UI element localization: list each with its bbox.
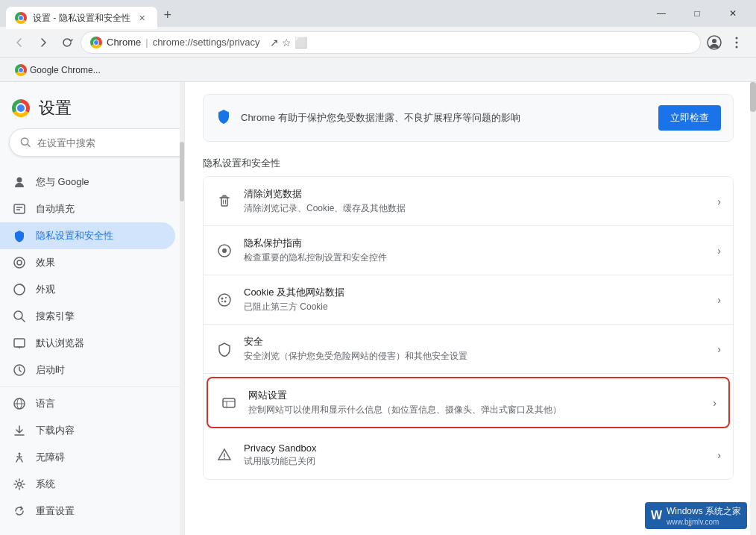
- settings-search-box[interactable]: [9, 128, 185, 157]
- svg-point-5: [21, 138, 28, 145]
- sidebar-item-language[interactable]: 语言: [0, 390, 175, 417]
- main-scrollbar[interactable]: [750, 82, 756, 535]
- site-settings-item[interactable]: 网站设置 控制网站可以使用和显示什么信息（如位置信息、摄像头、弹出式窗口及其他）…: [207, 377, 730, 428]
- sidebar-title: 设置: [39, 97, 72, 119]
- sidebar-item-effects[interactable]: 效果: [0, 249, 175, 276]
- default-browser-icon: [12, 336, 27, 351]
- sidebar-item-downloads[interactable]: 下载内容: [0, 417, 175, 444]
- svg-point-35: [221, 301, 223, 302]
- clear-browsing-text: 清除浏览数据 清除浏览记录、Cookie、缓存及其他数据: [244, 187, 707, 215]
- cookies-icon: [215, 291, 233, 309]
- arrow-icon-5: ›: [717, 449, 721, 461]
- security-item[interactable]: 安全 安全浏览（保护您免受危险网站的侵害）和其他安全设置 ›: [204, 325, 733, 374]
- sidebar-item-autofill[interactable]: 自动填充: [0, 195, 175, 222]
- pip-icon[interactable]: ⬜: [294, 37, 307, 49]
- svg-point-23: [18, 483, 22, 486]
- new-tab-button[interactable]: +: [157, 4, 178, 25]
- sidebar-item-startup[interactable]: 启动时: [0, 357, 175, 384]
- svg-point-11: [17, 260, 22, 265]
- site-settings-subtitle: 控制网站可以使用和显示什么信息（如位置信息、摄像头、弹出式窗口及其他）: [248, 404, 702, 416]
- arrow-icon-4: ›: [713, 397, 716, 409]
- cookies-text: Cookie 及其他网站数据 已阻止第三方 Cookie: [244, 286, 707, 313]
- sidebar-item-system[interactable]: 系统: [0, 471, 175, 498]
- svg-point-1: [712, 39, 716, 43]
- svg-rect-14: [14, 339, 25, 347]
- user-icon: [12, 175, 27, 190]
- close-button[interactable]: ✕: [716, 1, 750, 25]
- main-scrollbar-thumb: [750, 82, 756, 112]
- banner-shield-icon: [215, 108, 232, 128]
- privacy-sandbox-subtitle: 试用版功能已关闭: [244, 455, 707, 468]
- svg-point-13: [14, 311, 22, 319]
- check-now-button[interactable]: 立即检查: [658, 105, 721, 131]
- svg-point-3: [736, 41, 738, 43]
- svg-point-4: [736, 46, 738, 48]
- privacy-sandbox-title: Privacy Sandbox: [244, 442, 707, 454]
- tab-bar: 设置 - 隐私设置和安全性 ✕ +: [6, 0, 644, 27]
- sidebar-scrollbar[interactable]: [180, 82, 184, 535]
- search-input[interactable]: [37, 137, 185, 148]
- cookies-subtitle: 已阻止第三方 Cookie: [244, 301, 707, 313]
- privacy-guide-item[interactable]: 隐私保护指南 检查重要的隐私控制设置和安全控件 ›: [204, 226, 733, 275]
- tab-favicon: [15, 12, 27, 24]
- sidebar-item-accessibility[interactable]: 无障碍: [0, 444, 175, 471]
- url-icons: ↗ ☆ ⬜: [270, 37, 307, 49]
- svg-point-2: [736, 37, 738, 39]
- watermark: W Windows 系统之家 www.bjjmlv.com: [645, 502, 747, 529]
- svg-point-34: [224, 300, 227, 302]
- panel-content: Chrome 有助于保护您免受数据泄露、不良扩展程序等问题的影响 立即检查 隐私…: [185, 82, 752, 492]
- browser-name-label: Chrome: [107, 37, 141, 48]
- maximize-button[interactable]: □: [680, 1, 714, 25]
- tab-close-button[interactable]: ✕: [136, 12, 148, 24]
- titlebar: 设置 - 隐私设置和安全性 ✕ + — □ ✕: [0, 0, 756, 27]
- menu-icon[interactable]: [726, 32, 747, 53]
- effects-icon: [12, 255, 27, 270]
- toolbar-icons: [704, 32, 747, 53]
- autofill-icon: [12, 201, 27, 216]
- svg-rect-7: [14, 204, 25, 213]
- privacy-sandbox-item[interactable]: Privacy Sandbox 试用版功能已关闭 ›: [204, 431, 733, 479]
- bookmark-icon[interactable]: ☆: [282, 37, 292, 49]
- svg-point-22: [19, 453, 21, 455]
- appearance-icon: [12, 282, 27, 297]
- cookies-item[interactable]: Cookie 及其他网站数据 已阻止第三方 Cookie ›: [204, 275, 733, 325]
- sidebar-item-label: 系统: [36, 478, 55, 491]
- bookmark-chrome-item[interactable]: Google Chrome...: [9, 61, 107, 79]
- privacy-icon: [12, 228, 27, 243]
- chrome-logo: [12, 99, 30, 117]
- sidebar-item-search[interactable]: 搜索引擎: [0, 303, 175, 330]
- site-settings-text: 网站设置 控制网站可以使用和显示什么信息（如位置信息、摄像头、弹出式窗口及其他）: [248, 389, 702, 416]
- share-icon[interactable]: ↗: [270, 37, 279, 49]
- active-tab[interactable]: 设置 - 隐私设置和安全性 ✕: [6, 7, 157, 29]
- sidebar-scrollbar-thumb: [180, 142, 184, 201]
- bookmark-favicon: [15, 64, 27, 76]
- minimize-button[interactable]: —: [644, 1, 678, 25]
- sidebar-item-default-browser[interactable]: 默认浏览器: [0, 330, 175, 357]
- sidebar-divider: [0, 387, 184, 387]
- svg-point-40: [224, 458, 225, 460]
- content-area: 设置 您与 Google 自动填充: [0, 82, 756, 535]
- refresh-button[interactable]: [57, 32, 78, 53]
- sidebar-item-appearance[interactable]: 外观: [0, 276, 175, 303]
- forward-button[interactable]: [33, 32, 54, 53]
- back-button[interactable]: [9, 32, 30, 53]
- sidebar-item-privacy[interactable]: 隐私设置和安全性: [0, 222, 175, 249]
- language-icon: [12, 396, 27, 411]
- profile-icon[interactable]: [704, 32, 725, 53]
- site-settings-title: 网站设置: [248, 389, 702, 402]
- watermark-line2: www.bjjmlv.com: [667, 518, 741, 526]
- bookmarkbar: Google Chrome...: [0, 58, 756, 82]
- clear-browsing-data-item[interactable]: 清除浏览数据 清除浏览记录、Cookie、缓存及其他数据 ›: [204, 177, 733, 226]
- sidebar-item-label: 默认浏览器: [36, 337, 84, 350]
- window-controls: — □ ✕: [644, 1, 750, 25]
- banner-text: Chrome 有助于保护您免受数据泄露、不良扩展程序等问题的影响: [241, 111, 649, 125]
- privacy-guide-title: 隐私保护指南: [244, 237, 707, 250]
- security-text: 安全 安全浏览（保护您免受危险网站的侵害）和其他安全设置: [244, 335, 707, 363]
- sidebar-item-label: 启动时: [36, 363, 65, 377]
- section-title: 隐私设置和安全性: [203, 157, 734, 170]
- trash-icon: [215, 193, 233, 210]
- url-bar[interactable]: Chrome | chrome://settings/privacy ↗ ☆ ⬜: [81, 31, 701, 54]
- sidebar-item-reset[interactable]: 重置设置: [0, 498, 175, 525]
- sidebar-item-google[interactable]: 您与 Google: [0, 169, 175, 195]
- svg-point-33: [225, 297, 227, 298]
